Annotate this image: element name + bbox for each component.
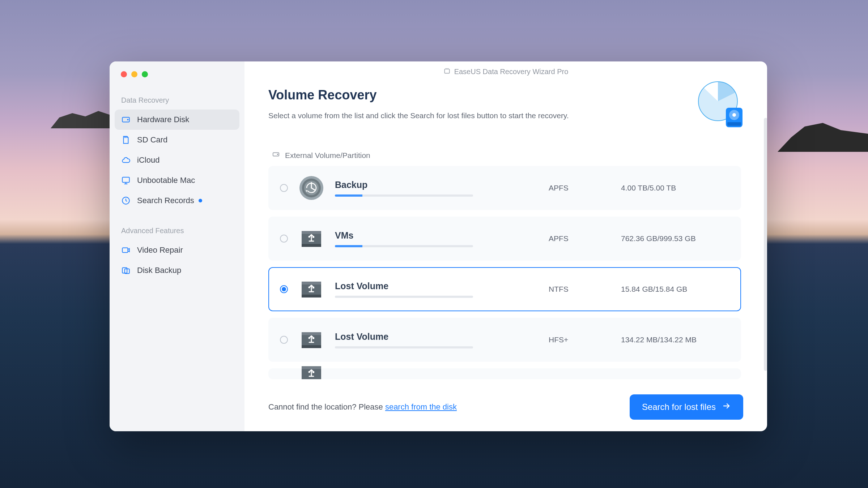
fullscreen-icon[interactable]	[142, 71, 148, 77]
volume-row[interactable]: VMsAPFS762.36 GB/999.53 GB	[268, 217, 741, 261]
sidebar-item-video-repair[interactable]: Video Repair	[115, 240, 239, 260]
volume-size: 15.84 GB/15.84 GB	[621, 285, 729, 294]
radio-button[interactable]	[280, 235, 288, 243]
svg-point-22	[309, 236, 310, 238]
scrollbar[interactable]	[764, 118, 767, 371]
svg-rect-7	[444, 69, 449, 73]
volume-usage-bar	[335, 346, 473, 348]
volume-size: 762.36 GB/999.53 GB	[621, 234, 729, 243]
svg-rect-31	[302, 345, 321, 348]
sidebar-item-label: iCloud	[137, 155, 159, 165]
page-subtitle: Select a volume from the list and click …	[268, 111, 569, 120]
drive-icon	[272, 150, 280, 160]
radio-button[interactable]	[280, 184, 288, 192]
radio-button[interactable]	[280, 336, 288, 344]
volume-row[interactable]: BackupAPFS4.00 TB/5.00 TB	[268, 166, 741, 210]
window-controls	[115, 71, 239, 93]
svg-rect-21	[302, 244, 321, 247]
sidebar-item-disk-backup[interactable]: Disk Backup	[115, 260, 239, 281]
svg-rect-2	[122, 177, 129, 182]
svg-rect-35	[302, 366, 321, 369]
timemachine-icon	[299, 175, 324, 201]
svg-rect-25	[302, 282, 321, 284]
volume-filesystem: APFS	[549, 234, 621, 243]
sdcard-icon	[121, 135, 131, 145]
volume-row[interactable]: Lost VolumeNTFS15.84 GB/15.84 GB	[268, 267, 741, 311]
sidebar-item-label: Disk Backup	[137, 266, 181, 275]
video-icon	[121, 245, 131, 255]
volume-name: Lost Volume	[335, 331, 549, 342]
volume-name: Backup	[335, 180, 549, 190]
backup-icon	[121, 266, 131, 275]
sidebar-item-search-records[interactable]: Search Records	[115, 191, 239, 211]
volume-recovery-hero-icon	[693, 80, 743, 130]
app-title: EaseUS Data Recovery Wizard Pro	[454, 68, 569, 76]
sidebar-item-hardware-disk[interactable]: Hardware Disk	[115, 110, 239, 130]
volume-filesystem: HFS+	[549, 335, 621, 344]
volume-name: VMs	[335, 230, 549, 241]
volume-filesystem: NTFS	[549, 285, 621, 294]
volume-size: 134.22 MB/134.22 MB	[621, 335, 729, 344]
usb-drive-icon	[299, 226, 324, 251]
app-window: Data Recovery Hardware Disk SD Card iClo…	[110, 61, 767, 431]
footer: Cannot find the location? Please search …	[268, 379, 743, 421]
volume-row-partial[interactable]	[268, 368, 741, 379]
clock-icon	[121, 196, 131, 205]
svg-point-27	[309, 287, 310, 288]
content: Volume Recovery Select a volume from the…	[244, 82, 767, 431]
footer-help-text: Cannot find the location? Please search …	[268, 402, 457, 412]
volume-name: Lost Volume	[335, 281, 549, 291]
page-title: Volume Recovery	[268, 82, 569, 103]
svg-point-37	[309, 371, 310, 373]
harddisk-icon	[121, 115, 131, 124]
notification-dot-icon	[199, 199, 202, 202]
volume-usage-bar	[335, 194, 473, 197]
sidebar-item-sd-card[interactable]: SD Card	[115, 130, 239, 150]
sidebar-item-label: Hardware Disk	[137, 115, 189, 124]
wallpaper-mountain-right	[778, 116, 868, 152]
svg-rect-26	[302, 295, 321, 297]
search-for-lost-files-button[interactable]: Search for lost files	[630, 394, 743, 420]
svg-rect-20	[302, 231, 321, 234]
sidebar: Data Recovery Hardware Disk SD Card iClo…	[110, 61, 244, 431]
svg-rect-28	[312, 287, 314, 288]
volume-usage-bar	[335, 245, 473, 247]
svg-rect-13	[727, 122, 741, 126]
search-from-disk-link[interactable]: search from the disk	[385, 402, 457, 411]
cloud-icon	[121, 155, 131, 165]
svg-rect-33	[312, 337, 314, 339]
svg-rect-38	[312, 371, 314, 373]
svg-point-15	[277, 154, 278, 155]
svg-rect-30	[302, 332, 321, 335]
usb-drive-icon	[299, 327, 324, 352]
arrow-right-icon	[722, 402, 731, 412]
volume-section-label: External Volume/Partition	[272, 150, 743, 160]
svg-point-1	[127, 119, 128, 120]
sidebar-item-icloud[interactable]: iCloud	[115, 150, 239, 170]
app-title-icon	[443, 67, 451, 76]
monitor-icon	[121, 176, 131, 185]
svg-rect-23	[312, 236, 314, 238]
svg-point-32	[309, 337, 310, 339]
sidebar-item-label: Unbootable Mac	[137, 176, 195, 185]
usb-drive-icon	[299, 277, 324, 302]
titlebar: EaseUS Data Recovery Wizard Pro	[244, 61, 767, 82]
svg-point-12	[732, 113, 736, 117]
close-icon[interactable]	[121, 71, 127, 77]
volume-usage-bar	[335, 296, 473, 298]
minimize-icon[interactable]	[131, 71, 137, 77]
sidebar-item-label: Search Records	[137, 196, 194, 205]
sidebar-section-data-recovery: Data Recovery	[115, 93, 239, 110]
sidebar-section-advanced: Advanced Features	[115, 224, 239, 240]
sidebar-item-label: SD Card	[137, 135, 167, 145]
svg-rect-4	[122, 248, 128, 253]
volume-list[interactable]: BackupAPFS4.00 TB/5.00 TBVMsAPFS762.36 G…	[268, 166, 743, 379]
volume-row[interactable]: Lost VolumeHFS+134.22 MB/134.22 MB	[268, 318, 741, 362]
usb-drive-icon	[299, 361, 324, 379]
volume-filesystem: APFS	[549, 184, 621, 192]
main-panel: EaseUS Data Recovery Wizard Pro Volume R…	[244, 61, 767, 431]
sidebar-item-unbootable-mac[interactable]: Unbootable Mac	[115, 170, 239, 191]
radio-button[interactable]	[280, 285, 288, 293]
sidebar-item-label: Video Repair	[137, 245, 183, 255]
volume-size: 4.00 TB/5.00 TB	[621, 184, 729, 192]
